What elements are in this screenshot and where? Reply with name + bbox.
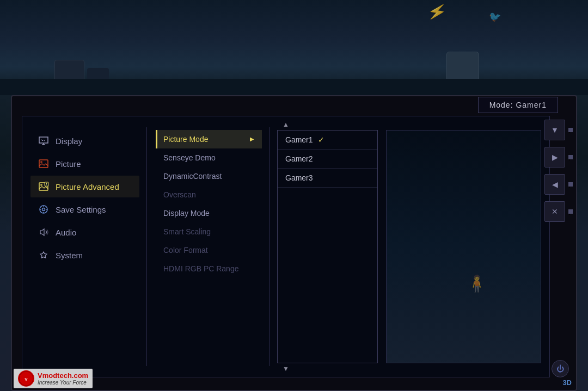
osd-panel: ▲ Display [22,116,550,377]
button-left[interactable]: ◀ [544,174,565,195]
power-button-area: ⏻ [552,360,569,377]
button-right[interactable]: ▶ [544,147,565,167]
power-button[interactable]: ⏻ [552,360,569,377]
svg-point-3 [40,184,42,186]
mid-label-picture-mode: Picture Mode [163,135,208,144]
divider-2 [269,127,270,366]
preview-panel: 🧍 [386,130,541,363]
watermark-text: Vmodtech.com Increase Your Force [38,371,88,386]
sidebar-item-display[interactable]: Display [30,130,139,152]
sidebar-item-picture[interactable]: Picture [30,153,139,175]
gamer2-label: Gamer2 [285,154,313,163]
svg-point-5 [40,206,47,213]
sidebar-picture-adv-label: Picture Advanced [56,182,119,191]
svg-text:V: V [24,377,28,382]
mid-label-smart-scaling: Smart Scaling [163,227,211,236]
mid-menu-panel: Picture Mode Senseye Demo DynamicContras… [156,130,262,363]
mid-label-color-format: Color Format [163,246,208,255]
svg-point-6 [42,208,45,211]
mid-item-smart-scaling: Smart Scaling [156,222,262,241]
save-settings-icon [37,203,50,216]
picture-advanced-icon [37,180,50,193]
mid-label-hdmi-rgb: HDMI RGB PC Range [163,264,238,273]
sidebar-item-audio[interactable]: Audio [30,221,139,243]
submenu-panel: Gamer1 ✓ Gamer2 Gamer3 [277,130,378,363]
sidebar-item-system[interactable]: System [30,244,139,266]
dot-3: · [568,182,573,187]
sidebar-item-save-settings[interactable]: Save Settings [30,198,139,220]
sidebar: Display Picture [30,130,139,363]
mid-item-hdmi-rgb: HDMI RGB PC Range [156,259,262,278]
preview-silhouette: 🧍 [467,274,487,293]
button-close[interactable]: ✕ [544,201,565,222]
mid-item-overscan: Overscan [156,185,262,204]
sidebar-system-label: System [56,251,83,260]
sidebar-save-label: Save Settings [56,205,106,214]
sidebar-display-label: Display [56,136,82,146]
submenu-item-gamer1[interactable]: Gamer1 ✓ [278,131,377,150]
mid-item-color-format: Color Format [156,241,262,259]
3d-badge: 3D [562,378,572,387]
svg-rect-0 [39,160,48,167]
osd-overlay: Mode: Gamer1 ▲ Display [14,97,558,386]
button-down[interactable]: ▼ [544,120,565,140]
arrow-down[interactable]: ▼ [283,365,289,373]
ground [0,79,588,95]
mid-label-overscan: Overscan [163,190,196,199]
sidebar-item-picture-advanced[interactable]: Picture Advanced [30,176,139,197]
watermark: V Vmodtech.com Increase Your Force [14,369,93,388]
submenu-item-gamer2[interactable]: Gamer2 [278,150,377,169]
scene-top: ⚡ 🐦 [0,0,588,95]
mid-item-senseye-demo[interactable]: Senseye Demo [156,148,262,167]
divider-1 [146,127,147,366]
mid-label-display-mode: Display Mode [163,209,210,218]
mid-label-senseye: Senseye Demo [163,153,216,162]
mid-item-dynamic-contrast[interactable]: DynamicContrast [156,167,262,185]
svg-point-1 [40,161,42,163]
submenu-item-gamer3[interactable]: Gamer3 [278,169,377,188]
audio-icon [37,226,50,239]
dot-4: · [568,209,573,214]
sidebar-audio-label: Audio [56,228,76,237]
mode-label: Mode: Gamer1 [489,101,547,109]
bird-silhouette: 🐦 [489,11,501,23]
picture-icon [37,157,50,170]
mid-label-dynamic-contrast: DynamicContrast [163,172,222,181]
watermark-logo: V [18,370,34,387]
lightning-decoration: ⚡ [426,1,448,22]
system-icon [37,249,50,262]
sidebar-picture-label: Picture [56,159,81,169]
mid-item-display-mode[interactable]: Display Mode [156,204,262,222]
gamer3-label: Gamer3 [285,173,313,182]
mid-item-picture-mode[interactable]: Picture Mode [156,130,262,148]
watermark-title: Vmodtech.com [38,371,88,380]
watermark-subtitle: Increase Your Force [38,380,88,386]
display-icon [37,134,50,147]
gamer1-check: ✓ [318,135,324,144]
side-buttons-panel: ▼ · ▶ · ◀ · ✕ · [544,120,573,222]
arrow-up[interactable]: ▲ [283,121,289,128]
mode-bar: Mode: Gamer1 [478,97,558,113]
dot-2: · [568,155,573,159]
gamer1-label: Gamer1 [285,135,313,144]
dot-1: · [568,128,573,132]
